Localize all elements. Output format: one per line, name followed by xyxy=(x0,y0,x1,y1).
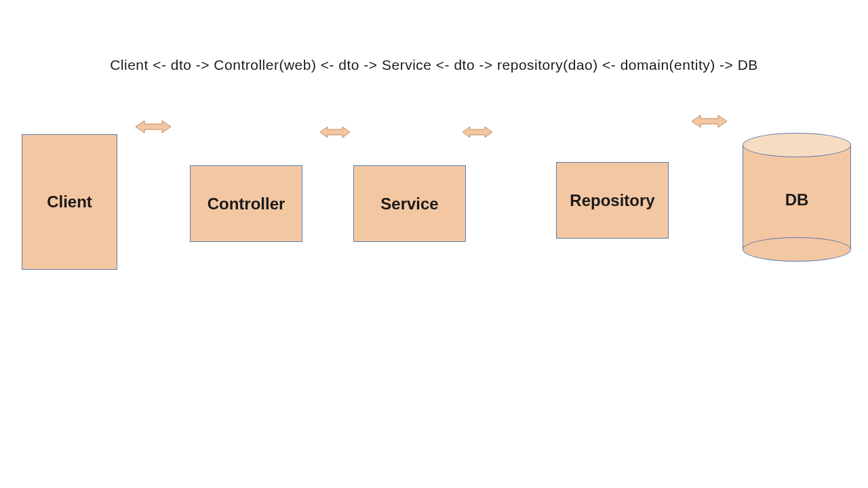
controller-label: Controller xyxy=(208,195,285,214)
double-arrow-icon xyxy=(692,114,727,129)
svg-marker-2 xyxy=(462,127,492,138)
double-arrow-icon xyxy=(462,125,492,139)
db-top xyxy=(743,133,851,157)
architecture-flow-text: Client <- dto -> Controller(web) <- dto … xyxy=(0,57,868,73)
svg-marker-3 xyxy=(692,115,727,127)
service-label: Service xyxy=(380,195,438,214)
svg-marker-0 xyxy=(136,121,171,133)
controller-box: Controller xyxy=(190,165,302,242)
service-box: Service xyxy=(353,165,466,242)
double-arrow-icon xyxy=(320,125,350,139)
client-label: Client xyxy=(47,192,92,211)
db-bottom xyxy=(743,237,851,262)
db-cylinder: DB xyxy=(743,133,851,262)
repository-box: Repository xyxy=(556,162,669,239)
client-box: Client xyxy=(22,134,117,270)
svg-marker-1 xyxy=(320,127,350,138)
repository-label: Repository xyxy=(570,191,654,210)
db-label: DB xyxy=(743,190,851,209)
double-arrow-icon xyxy=(136,119,171,134)
